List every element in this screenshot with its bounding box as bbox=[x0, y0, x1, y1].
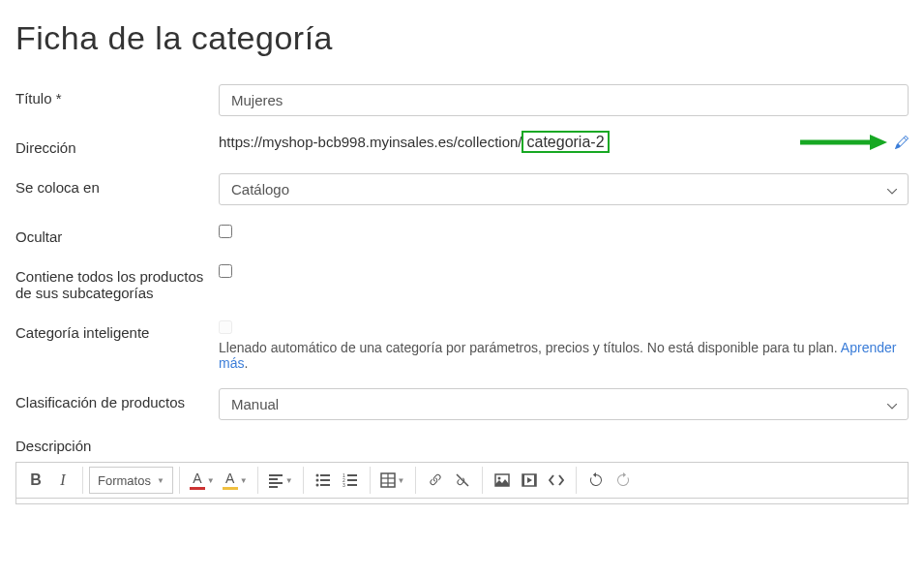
editor-toolbar: B I Formatos ▼ A ▼ A ▼ ▼ 123 bbox=[15, 462, 909, 499]
label-contains-all: Contiene todos los productos de sus subc… bbox=[15, 262, 219, 301]
row-contains-all: Contiene todos los productos de sus subc… bbox=[15, 262, 909, 301]
label-smart-category: Categoría inteligente bbox=[15, 319, 219, 341]
title-input[interactable] bbox=[219, 84, 909, 116]
image-icon bbox=[494, 472, 510, 488]
numbered-list-button[interactable]: 123 bbox=[337, 467, 364, 494]
align-button[interactable]: ▼ bbox=[264, 467, 297, 494]
svg-rect-5 bbox=[320, 479, 330, 481]
page-title: Ficha de la categoría bbox=[15, 19, 909, 57]
classification-select[interactable]: Manual bbox=[219, 388, 909, 420]
media-button[interactable] bbox=[516, 467, 543, 494]
list-number-icon: 123 bbox=[343, 472, 358, 488]
table-icon bbox=[380, 472, 396, 488]
row-hide: Ocultar bbox=[15, 223, 909, 245]
link-button[interactable] bbox=[422, 467, 449, 494]
smart-category-checkbox bbox=[219, 320, 232, 334]
svg-rect-23 bbox=[534, 474, 536, 486]
svg-point-2 bbox=[315, 474, 318, 477]
chevron-down-icon: ▼ bbox=[398, 476, 405, 485]
bg-color-button[interactable]: A ▼ bbox=[219, 467, 252, 494]
undo-button[interactable] bbox=[582, 467, 610, 494]
media-icon bbox=[522, 472, 537, 488]
text-color-button[interactable]: A ▼ bbox=[186, 467, 219, 494]
undo-icon bbox=[588, 472, 604, 488]
label-title: Título * bbox=[15, 84, 219, 106]
svg-marker-24 bbox=[527, 477, 532, 483]
chevron-down-icon: ▼ bbox=[285, 476, 293, 485]
redo-button[interactable] bbox=[610, 467, 637, 494]
svg-point-20 bbox=[497, 477, 500, 480]
row-placed-in: Se coloca en Catálogo bbox=[15, 173, 909, 205]
image-button[interactable] bbox=[489, 467, 516, 494]
label-placed-in: Se coloca en bbox=[15, 173, 219, 196]
row-address: Dirección https://myshop-bcb998.myinsale… bbox=[15, 134, 909, 156]
svg-rect-11 bbox=[347, 479, 357, 481]
formats-dropdown[interactable]: Formatos ▼ bbox=[89, 467, 173, 494]
bg-color-icon: A bbox=[223, 471, 238, 490]
svg-rect-22 bbox=[522, 474, 524, 486]
row-title: Título * bbox=[15, 84, 909, 116]
unlink-icon bbox=[455, 472, 470, 488]
code-button[interactable] bbox=[543, 467, 570, 494]
smart-category-help: Llenado automático de una categoría por … bbox=[219, 340, 909, 371]
arrow-annotation bbox=[800, 134, 887, 151]
editor-body[interactable] bbox=[15, 499, 909, 504]
align-left-icon bbox=[268, 472, 283, 488]
list-bullet-icon bbox=[315, 472, 331, 488]
row-classification: Clasificación de productos Manual bbox=[15, 388, 909, 420]
italic-button[interactable]: I bbox=[49, 467, 76, 494]
text-color-icon: A bbox=[190, 471, 205, 490]
redo-icon bbox=[615, 472, 631, 488]
hide-checkbox[interactable] bbox=[219, 225, 232, 238]
row-smart-category: Categoría inteligente Llenado automático… bbox=[15, 319, 909, 371]
label-hide: Ocultar bbox=[15, 223, 219, 245]
svg-rect-7 bbox=[320, 484, 330, 486]
placed-in-select[interactable]: Catálogo bbox=[219, 173, 909, 205]
unlink-button[interactable] bbox=[449, 467, 476, 494]
svg-rect-9 bbox=[347, 474, 357, 476]
chevron-down-icon: ▼ bbox=[207, 476, 215, 485]
label-classification: Clasificación de productos bbox=[15, 388, 219, 410]
svg-text:3: 3 bbox=[343, 482, 345, 488]
svg-point-6 bbox=[315, 484, 318, 487]
svg-rect-3 bbox=[320, 474, 330, 476]
url-container: https://myshop-bcb998.myinsales.es/colle… bbox=[219, 134, 909, 151]
contains-all-checkbox[interactable] bbox=[219, 264, 232, 278]
label-description: Descripción bbox=[15, 438, 909, 454]
bullet-list-button[interactable] bbox=[310, 467, 337, 494]
chevron-down-icon: ▼ bbox=[157, 476, 164, 485]
chevron-down-icon: ▼ bbox=[240, 476, 248, 485]
svg-rect-13 bbox=[347, 484, 357, 486]
label-address: Dirección bbox=[15, 134, 219, 156]
url-slug: categoria-2 bbox=[522, 131, 609, 153]
url-prefix: https://myshop-bcb998.myinsales.es/colle… bbox=[219, 134, 522, 150]
code-icon bbox=[549, 472, 564, 488]
bold-button[interactable]: B bbox=[22, 467, 49, 494]
svg-point-4 bbox=[315, 479, 318, 482]
svg-marker-1 bbox=[870, 135, 887, 150]
table-button[interactable]: ▼ bbox=[376, 467, 409, 494]
pencil-icon[interactable] bbox=[895, 136, 909, 149]
link-icon bbox=[428, 472, 443, 488]
